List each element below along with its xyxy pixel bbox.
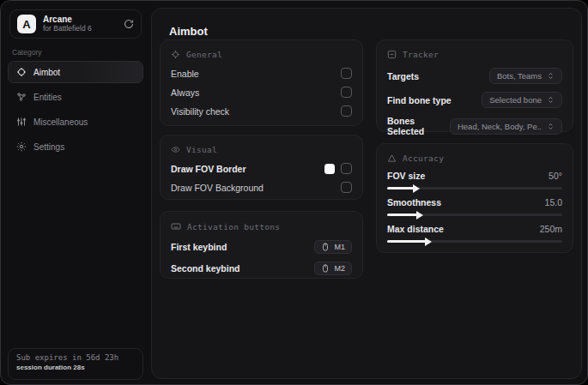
- sidebar-item-settings[interactable]: Settings: [8, 135, 143, 158]
- visibility-check-label: Visibility check: [171, 106, 229, 117]
- chevrons-up-down-icon: [547, 123, 555, 130]
- select-value: Head, Neck, Body, Pe..: [458, 122, 542, 131]
- general-card: General Enable Always Visibility check: [160, 39, 363, 126]
- crosshair-icon: [171, 50, 180, 59]
- sidebar-item-miscellaneous[interactable]: Miscellaneous: [8, 111, 143, 133]
- always-checkbox[interactable]: [341, 87, 352, 98]
- fov-border-color-swatch[interactable]: [324, 164, 335, 174]
- draw-fov-border-label: Draw FOV Border: [171, 164, 246, 174]
- second-keybind-button[interactable]: M2: [314, 262, 352, 275]
- sidebar-item-label: Settings: [33, 142, 64, 152]
- draw-fov-border-checkbox[interactable]: [341, 163, 352, 174]
- card-title: General: [186, 50, 222, 59]
- tracker-card: Tracker Targets Bots, Teams Find bone ty…: [376, 39, 573, 132]
- sliders-icon: [16, 117, 27, 127]
- sidebar-nav: Aimbot Entities Miscellaneous Settings: [8, 61, 143, 158]
- sidebar-item-label: Aimbot: [33, 68, 60, 77]
- draw-fov-background-checkbox[interactable]: [341, 182, 352, 193]
- select-value: Bots, Teams: [497, 71, 542, 81]
- subscription-info: Sub expires in 56d 23h session duration …: [8, 348, 143, 380]
- mouse-icon: [321, 243, 330, 251]
- sidebar-item-aimbot[interactable]: Aimbot: [8, 61, 143, 83]
- tracker-icon: [387, 50, 397, 59]
- first-keybind-label: First keybind: [171, 242, 227, 252]
- smoothness-slider[interactable]: [387, 214, 562, 216]
- smoothness-label: Smoothness: [387, 197, 441, 208]
- chevrons-up-down-icon: [547, 72, 555, 80]
- bones-selected-select[interactable]: Head, Neck, Body, Pe..: [450, 118, 562, 135]
- entities-icon: [16, 92, 27, 102]
- session-duration-text: session duration 28s: [16, 364, 135, 371]
- gear-icon: [16, 141, 27, 152]
- select-value: Selected bone: [489, 95, 542, 105]
- targets-select[interactable]: Bots, Teams: [489, 68, 562, 84]
- find-bone-type-label: Find bone type: [387, 95, 452, 105]
- accuracy-card: Accuracy FOV size 50° Smoothness 15.0 Ma…: [376, 143, 573, 253]
- max-distance-slider[interactable]: [387, 240, 562, 243]
- keybind-value: M2: [334, 264, 345, 273]
- max-distance-value: 250m: [540, 224, 562, 234]
- mouse-icon: [321, 264, 330, 273]
- smoothness-value: 15.0: [545, 197, 562, 208]
- app-logo: A: [17, 15, 36, 33]
- eye-icon: [171, 145, 180, 154]
- page-title: Aimbot: [169, 25, 208, 38]
- app-subtitle: for Battlefield 6: [43, 25, 117, 33]
- chevrons-up-down-icon: [547, 96, 555, 104]
- find-bone-type-select[interactable]: Selected bone: [482, 92, 562, 108]
- fov-size-value: 50°: [549, 171, 562, 181]
- refresh-icon[interactable]: [124, 19, 134, 29]
- category-label: Category: [12, 48, 42, 57]
- card-title: Visual: [186, 145, 217, 154]
- slider-fill[interactable]: [387, 214, 417, 216]
- card-title: Accuracy: [403, 153, 444, 163]
- app-window: A Arcane for Battlefield 6 Category Aimb…: [0, 0, 588, 385]
- card-title: Activation buttons: [187, 222, 280, 232]
- fov-size-slider[interactable]: [387, 187, 562, 189]
- app-header: A Arcane for Battlefield 6: [9, 9, 142, 39]
- bones-selected-label: Bones Selected: [387, 116, 450, 136]
- sidebar-item-entities[interactable]: Entities: [8, 86, 143, 108]
- visibility-check-checkbox[interactable]: [341, 105, 352, 117]
- sidebar-item-label: Entities: [33, 93, 62, 102]
- slider-fill[interactable]: [387, 240, 426, 243]
- keybind-value: M1: [334, 243, 345, 251]
- targets-label: Targets: [387, 71, 419, 81]
- draw-fov-background-label: Draw FOV Background: [171, 183, 264, 193]
- sidebar-item-label: Miscellaneous: [33, 117, 88, 127]
- sub-expiry-text: Sub expires in 56d 23h: [16, 353, 135, 362]
- card-title: Tracker: [403, 50, 439, 59]
- max-distance-label: Max distance: [387, 224, 444, 234]
- visual-card: Visual Draw FOV Border Draw FOV Backgrou…: [160, 135, 363, 200]
- enable-label: Enable: [171, 69, 199, 79]
- activation-buttons-card: Activation buttons First keybind M1 Seco…: [160, 211, 363, 279]
- enable-checkbox[interactable]: [341, 68, 352, 79]
- keyboard-icon: [171, 221, 181, 232]
- sidebar: A Arcane for Battlefield 6 Category Aimb…: [1, 1, 150, 384]
- triangle-icon: [387, 153, 397, 163]
- second-keybind-label: Second keybind: [171, 263, 240, 274]
- fov-size-label: FOV size: [387, 171, 425, 181]
- slider-fill[interactable]: [387, 187, 414, 189]
- first-keybind-button[interactable]: M1: [314, 240, 352, 254]
- always-label: Always: [171, 87, 199, 98]
- crosshair-icon: [16, 67, 27, 77]
